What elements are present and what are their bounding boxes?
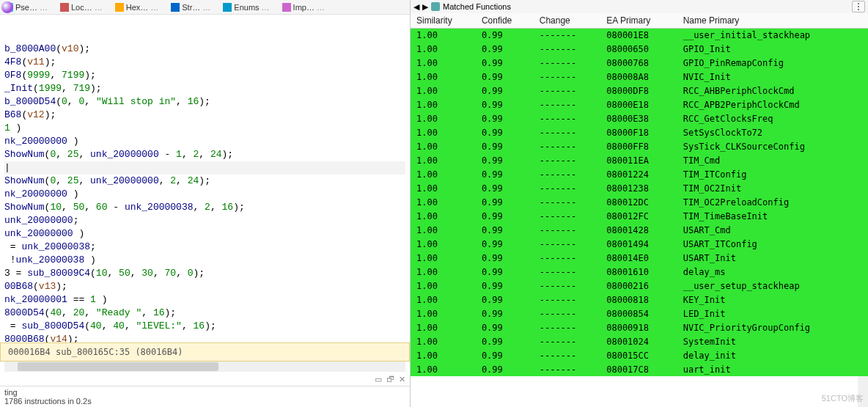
table-row[interactable]: 1.000.99-------08001024SystemInit [411,334,868,348]
table-cell: 08000FF8 [600,139,677,153]
table-cell: delay_init [677,348,868,362]
table-cell: 08000768 [600,56,677,70]
column-header[interactable]: Confide [476,13,534,28]
table-row[interactable]: 1.000.99-------08001238TIM_OC2Init [411,181,868,195]
table-cell: 0.99 [476,293,534,307]
output-line: ting [4,388,405,397]
tab-label: Loc… [71,3,92,12]
code-line[interactable]: nk_20000000 ) [4,135,405,148]
table-row[interactable]: 1.000.99-------08000854LED_Init [411,307,868,320]
column-header[interactable]: Name Primary [677,13,868,28]
table-cell: 1.00 [411,84,476,98]
table-row[interactable]: 1.000.99-------08000E18RCC_APB2PeriphClo… [411,98,868,111]
table-row[interactable]: 1.000.99-------08001428USART_Cmd [411,223,868,237]
table-cell: ------- [534,28,601,42]
table-cell: RCC_GetClocksFreq [677,111,868,125]
table-row[interactable]: 1.000.99-------08001494USART_ITConfig [411,237,868,251]
code-line[interactable]: 8000B68(v14); [4,333,405,342]
nav-right-icon[interactable]: ▶ [422,2,428,12]
table-row[interactable]: 1.000.99-------08000650GPIO_Init [411,42,868,56]
code-line[interactable]: = unk_20000038; [4,241,405,254]
table-cell: NVIC_PriorityGroupConfig [677,320,868,334]
table-row[interactable]: 1.000.99-------08001224TIM_ITConfig [411,167,868,181]
column-header[interactable]: Change [534,13,601,28]
scroll-thumb[interactable] [18,362,218,371]
table-row[interactable]: 1.000.99-------080014E0USART_Init [411,251,868,265]
code-line[interactable]: unk_20000000 ) [4,227,405,241]
minimize-icon[interactable]: ▭ [375,375,382,384]
table-row[interactable]: 1.000.99-------080015CCdelay_init [411,348,868,362]
code-line[interactable]: 8000D54(40, 20, "Ready ", 16); [4,307,405,320]
view-tab[interactable]: Hex…… [115,3,158,12]
code-line[interactable]: unk_20000000; [4,214,405,227]
code-line[interactable]: 0F8(9999, 7199); [4,69,405,82]
table-cell: TIM_ITConfig [677,167,868,181]
table-cell: USART_ITConfig [677,237,868,251]
view-tab[interactable]: Str…… [171,3,210,12]
table-cell: 080012FC [600,209,677,223]
table-row[interactable]: 1.000.99-------080001E8__user_initial_st… [411,28,868,42]
table-row[interactable]: 1.000.99-------08000E38RCC_GetClocksFreq [411,111,868,125]
code-line[interactable]: | [4,161,405,175]
code-line[interactable]: ShowNum(0, 25, unk_20000000 - 1, 2, 24); [4,148,405,161]
table-row[interactable]: 1.000.99-------08000768GPIO_PinRemapConf… [411,56,868,70]
view-tab[interactable]: Imp…… [282,3,324,12]
root: Pse……Loc……Hex……Str……Enums…Imp…… b_8000A0… [0,0,868,407]
tab-label: Str… [182,3,200,12]
table-cell: ------- [534,320,601,334]
table-cell: 0.99 [476,125,534,139]
tab-icon [282,3,291,12]
restore-icon[interactable]: 🗗 [386,375,394,384]
view-tab[interactable]: Loc…… [60,3,102,12]
right-pane: ◀ ▶ Matched Functions SimilarityConfideC… [411,0,868,407]
table-cell: 08000650 [600,42,677,56]
table-row[interactable]: 1.000.99-------08000FF8SysTick_CLKSource… [411,139,868,153]
table-row[interactable]: 1.000.99-------08000818KEY_Init [411,293,868,307]
table-row[interactable]: 1.000.99-------08000216__user_setup_stac… [411,279,868,293]
table-cell: GPIO_PinRemapConfig [677,56,868,70]
code-line[interactable]: b_8000D54(0, 0, "Will stop in", 16); [4,95,405,109]
table-row[interactable]: 1.000.99-------080011EATIM_Cmd [411,153,868,167]
code-line[interactable]: ShowNum(10, 50, 60 - unk_20000038, 2, 16… [4,201,405,214]
kebab-menu-button[interactable] [852,1,865,12]
table-row[interactable]: 1.000.99-------08000918NVIC_PriorityGrou… [411,320,868,334]
table-cell: ------- [534,348,601,362]
table-row[interactable]: 1.000.99-------08001610delay_ms [411,265,868,279]
code-line[interactable]: B68(v12); [4,109,405,122]
table-cell: 1.00 [411,334,476,348]
pseudocode-view[interactable]: b_8000A00(v10);4F8(v11);0F8(9999, 7199);… [0,15,410,342]
close-icon[interactable]: ✕ [399,375,405,384]
table-row[interactable]: 1.000.99-------08000DF8RCC_AHBPeriphCloc… [411,84,868,98]
table-cell: uart_init [677,362,868,376]
code-line[interactable]: !unk_20000038 ) [4,254,405,267]
view-tab[interactable]: Enums… [223,3,268,12]
table-row[interactable]: 1.000.99-------080017C8uart_init [411,362,868,376]
table-cell: 08000854 [600,307,677,320]
code-line[interactable]: = sub_8000D54(40, 40, "lEVEL:", 16); [4,320,405,333]
table-row[interactable]: 1.000.99-------08000F18SetSysClockTo72 [411,125,868,139]
tab-label: Enums [234,3,259,12]
table-row[interactable]: 1.000.99-------080012DCTIM_OC2PreloadCon… [411,195,868,209]
code-line[interactable]: 3 = sub_80009C4(10, 50, 30, 70, 0); [4,267,405,280]
horizontal-scrollbar[interactable] [4,362,405,372]
table-cell: 0.99 [476,279,534,293]
code-line[interactable]: _Init(1999, 719); [4,82,405,95]
table-row[interactable]: 1.000.99-------080008A8NVIC_Init [411,70,868,84]
code-line[interactable]: 4F8(v11); [4,56,405,69]
tab-icon [223,3,232,12]
code-line[interactable]: 00B68(v13); [4,280,405,293]
code-line[interactable]: nk_20000001 == 1 ) [4,293,405,307]
code-line[interactable]: b_8000A00(v10); [4,43,405,56]
nav-left-icon[interactable]: ◀ [413,2,419,12]
code-line[interactable]: nk_20000000 ) [4,188,405,201]
table-cell: RCC_AHBPeriphClockCmd [677,84,868,98]
tab-label: Hex… [126,3,149,12]
table-row[interactable]: 1.000.99-------080012FCTIM_TimeBaseInit [411,209,868,223]
code-line[interactable]: 1 ) [4,122,405,135]
table-cell: ------- [534,237,601,251]
code-line[interactable]: ShowNum(0, 25, unk_20000000, 2, 24); [4,175,405,188]
table-cell: 1.00 [411,209,476,223]
column-header[interactable]: Similarity [411,13,476,28]
column-header[interactable]: EA Primary [600,13,677,28]
panel-icon [431,2,440,11]
